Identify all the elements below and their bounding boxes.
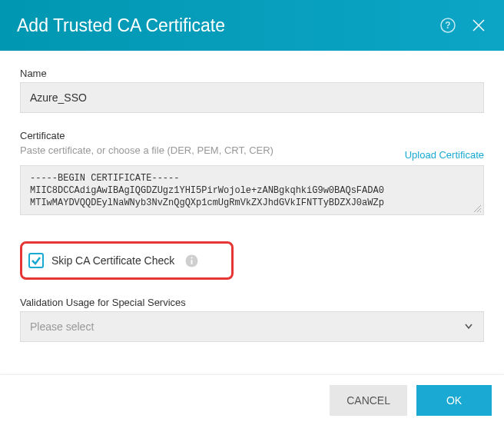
certificate-label: Certificate [20,130,484,141]
validation-usage-field: Validation Usage for Special Services Pl… [20,297,484,342]
chevron-down-icon [463,320,474,334]
close-icon[interactable] [470,17,487,34]
help-icon[interactable]: ? [439,17,456,34]
svg-point-9 [191,257,193,258]
info-icon[interactable] [185,254,198,267]
svg-rect-8 [191,260,193,264]
skip-ca-check-label: Skip CA Certificate Check [51,254,174,267]
modal-body: Name Certificate Paste certificate, or c… [0,51,504,374]
skip-ca-check-highlight: Skip CA Certificate Check [20,241,234,280]
certificate-field: Certificate Paste certificate, or choose… [20,130,484,218]
certificate-textarea[interactable] [20,165,484,215]
validation-usage-label: Validation Usage for Special Services [20,297,484,308]
skip-ca-check-row: Skip CA Certificate Check [28,253,198,268]
name-label: Name [20,68,484,79]
name-input[interactable] [20,82,484,113]
certificate-sublabel: Paste certificate, or choose a file (DER… [20,144,274,156]
cancel-button[interactable]: CANCEL [330,385,407,416]
name-field: Name [20,68,484,113]
ok-button[interactable]: OK [416,385,492,416]
modal-footer: CANCEL OK [0,374,504,425]
skip-ca-check-checkbox[interactable] [28,253,44,268]
select-placeholder: Please select [30,320,94,333]
modal-header: Add Trusted CA Certificate ? [0,0,504,51]
header-actions: ? [439,17,487,34]
modal-title: Add Trusted CA Certificate [17,15,225,36]
upload-certificate-link[interactable]: Upload Certificate [405,149,484,161]
add-trusted-ca-modal: Add Trusted CA Certificate ? Name Certif [0,0,504,425]
validation-usage-select[interactable]: Please select [20,311,484,342]
svg-text:?: ? [445,20,450,31]
